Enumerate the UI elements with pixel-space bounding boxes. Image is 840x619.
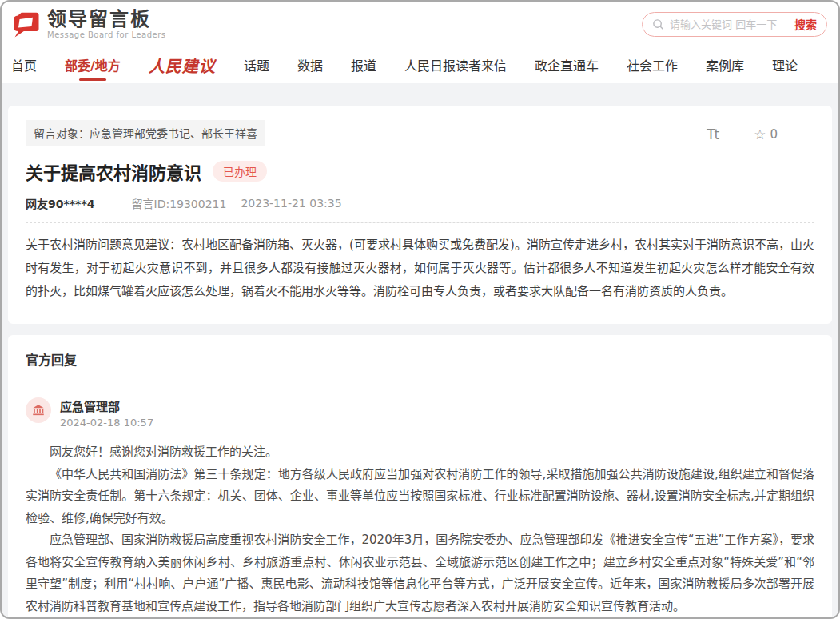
message-id: 留言ID:19300211 xyxy=(132,195,227,211)
section-gap xyxy=(2,83,838,106)
message-date: 2023-11-21 03:35 xyxy=(241,197,341,210)
nav-item-ministries-local[interactable]: 部委/地方 xyxy=(65,46,121,83)
reply-section-title: 官方回复 xyxy=(26,349,814,369)
reply-header: 应急管理部 2024-02-18 10:57 xyxy=(26,397,814,429)
search-icon xyxy=(652,18,664,30)
page: 领导留言板 Message Board for Leaders 搜索 首页 部委… xyxy=(0,0,840,619)
official-reply-card: 官方回复 应急管理部 xyxy=(8,335,832,617)
message-board-logo-icon xyxy=(11,9,40,39)
nav-item-people-suggestions[interactable]: 人民建议 xyxy=(149,46,216,83)
content-area: 留言对象：应急管理部党委书记、部长王祥喜 Tt ☆ 0 关于提高农村消防意识 已… xyxy=(2,106,838,617)
dashed-divider xyxy=(26,222,814,223)
message-title: 关于提高农村消防意识 xyxy=(26,158,201,184)
reply-body: 网友您好！感谢您对消防救援工作的关注。 《中华人民共和国消防法》第三十条规定：地… xyxy=(26,441,814,617)
nav-item-reports[interactable]: 报道 xyxy=(351,46,376,83)
message-card: 留言对象：应急管理部党委书记、部长王祥喜 Tt ☆ 0 关于提高农村消防意识 已… xyxy=(8,106,832,324)
top-bar: 领导留言板 Message Board for Leaders 搜索 xyxy=(2,2,838,46)
search-input[interactable] xyxy=(670,18,789,30)
search-box: 搜索 xyxy=(642,12,827,37)
star-icon: ☆ xyxy=(754,126,766,142)
site-logo[interactable]: 领导留言板 Message Board for Leaders xyxy=(11,9,166,39)
nav-item-case-library[interactable]: 案例库 xyxy=(706,46,744,83)
nav-item-home[interactable]: 首页 xyxy=(11,46,37,83)
reply-paragraph: 应急管理部、国家消防救援局高度重视农村消防安全工作，2020年3月，国务院安委办… xyxy=(26,529,814,617)
reply-agency-name: 应急管理部 xyxy=(60,397,153,414)
nav-item-social-work[interactable]: 社会工作 xyxy=(627,46,678,83)
favorite-button[interactable]: ☆ 0 xyxy=(754,126,778,142)
message-tools: Tt ☆ 0 xyxy=(707,126,778,142)
avatar xyxy=(26,397,51,423)
reply-divider xyxy=(26,381,814,381)
search-button[interactable]: 搜索 xyxy=(794,16,817,32)
message-card-top: 留言对象：应急管理部党委书记、部长王祥喜 Tt ☆ 0 xyxy=(26,120,814,146)
nav-item-topics[interactable]: 话题 xyxy=(244,46,269,83)
logo-title: 领导留言板 xyxy=(47,9,166,30)
nav-item-gov-enterprise-line[interactable]: 政企直通车 xyxy=(535,46,599,83)
reply-date: 2024-02-18 10:57 xyxy=(60,417,153,429)
reply-paragraph: 网友您好！感谢您对消防救援工作的关注。 xyxy=(26,441,814,464)
favorite-count: 0 xyxy=(770,127,778,142)
nav-item-data[interactable]: 数据 xyxy=(297,46,323,83)
status-badge: 已办理 xyxy=(213,161,267,182)
main-nav: 首页 部委/地方 人民建议 话题 数据 报道 人民日报读者来信 政企直通车 社会… xyxy=(2,46,838,83)
logo-text: 领导留言板 Message Board for Leaders xyxy=(47,9,166,39)
reply-agency-block: 应急管理部 2024-02-18 10:57 xyxy=(60,397,153,429)
message-body: 关于农村消防问题意见建议：农村地区配备消防箱、灭火器，(可要求村具体购买或免费配… xyxy=(26,234,814,303)
reply-paragraph: 《中华人民共和国消防法》第三十条规定：地方各级人民政府应当加强对农村消防工作的领… xyxy=(26,464,814,530)
message-author: 网友90****4 xyxy=(26,195,95,211)
font-size-icon[interactable]: Tt xyxy=(707,126,719,142)
message-title-row: 关于提高农村消防意识 已办理 xyxy=(26,158,814,184)
message-meta: 网友90****4 留言ID:19300211 2023-11-21 03:35 xyxy=(26,195,814,211)
message-target-tag: 留言对象：应急管理部党委书记、部长王祥喜 xyxy=(26,120,265,146)
nav-item-theory[interactable]: 理论 xyxy=(772,46,798,83)
government-building-icon xyxy=(31,403,46,417)
logo-subtitle: Message Board for Leaders xyxy=(47,30,166,39)
nav-item-readers-letters[interactable]: 人民日报读者来信 xyxy=(404,46,507,83)
